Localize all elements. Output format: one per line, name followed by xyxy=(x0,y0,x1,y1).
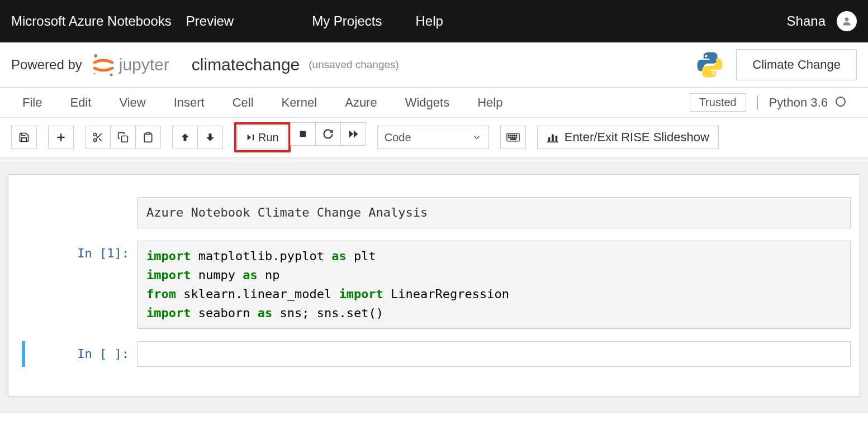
run-highlight: Run xyxy=(234,122,291,152)
cell-type-value: Code xyxy=(385,131,411,144)
move-group xyxy=(172,126,223,149)
save-button[interactable] xyxy=(11,126,37,149)
menu-azure[interactable]: Azure xyxy=(345,95,377,110)
code-cell-body[interactable]: import matplotlib.pyplot as pltimport nu… xyxy=(137,241,851,329)
rise-slideshow-button[interactable]: Enter/Exit RISE Slideshow xyxy=(537,126,719,149)
trusted-indicator[interactable]: Trusted xyxy=(690,93,746,112)
scissors-icon xyxy=(92,132,103,143)
svg-point-1 xyxy=(94,54,97,58)
cell-prompt: In [1]: xyxy=(25,241,137,329)
kernel-name-text: Python 3.6 xyxy=(769,95,828,109)
jupyter-logo[interactable]: jupyter xyxy=(91,52,169,77)
menu-widgets[interactable]: Widgets xyxy=(405,95,449,110)
svg-point-6 xyxy=(94,133,97,136)
code-cell-empty[interactable]: In [ ]: xyxy=(25,341,851,367)
raw-cell[interactable]: Azure Notebook Climate Change Analysis xyxy=(25,197,851,228)
menu-help[interactable]: Help xyxy=(477,95,502,110)
notebook-container: Azure Notebook Climate Change Analysis I… xyxy=(8,174,860,396)
restart-run-all-button[interactable] xyxy=(340,122,366,146)
user-name: Shana xyxy=(787,13,826,29)
add-cell-button[interactable] xyxy=(48,126,74,149)
svg-rect-20 xyxy=(508,137,509,138)
azure-left: Microsoft Azure Notebooks Preview xyxy=(11,13,234,29)
project-link-button[interactable]: Climate Change xyxy=(736,49,857,80)
jupyter-logo-icon xyxy=(91,52,116,77)
interrupt-button[interactable] xyxy=(290,122,316,146)
azure-title: Microsoft Azure Notebooks xyxy=(11,13,172,29)
kernel-name[interactable]: Python 3.6 xyxy=(757,95,846,110)
python-logo-icon xyxy=(695,50,725,80)
run-group: Run xyxy=(234,122,366,152)
copy-icon xyxy=(117,132,129,143)
cut-button[interactable] xyxy=(85,126,111,149)
copy-button[interactable] xyxy=(110,126,136,149)
svg-rect-13 xyxy=(300,131,306,137)
user-icon xyxy=(841,16,852,27)
azure-right: Shana xyxy=(787,11,857,31)
keyboard-icon xyxy=(506,132,520,142)
cell-prompt-empty xyxy=(25,197,137,228)
powered-by-label: Powered by xyxy=(11,57,82,73)
azure-nav: My Projects Help xyxy=(312,13,443,29)
menu-insert[interactable]: Insert xyxy=(174,95,205,110)
arrow-up-icon xyxy=(179,132,191,143)
jupyter-header: Powered by jupyter climatechange (unsave… xyxy=(0,42,868,88)
paste-button[interactable] xyxy=(135,126,161,149)
svg-rect-22 xyxy=(512,137,513,138)
header-right: Climate Change xyxy=(695,49,857,80)
run-label: Run xyxy=(258,131,279,144)
svg-rect-12 xyxy=(146,133,150,135)
svg-point-2 xyxy=(110,74,112,76)
cell-type-select[interactable]: Code xyxy=(377,126,489,149)
svg-line-9 xyxy=(99,138,102,141)
svg-rect-26 xyxy=(548,137,550,141)
menu-edit[interactable]: Edit xyxy=(70,95,91,110)
notebook-name[interactable]: climatechange xyxy=(192,55,300,74)
restart-icon xyxy=(322,128,334,140)
restart-button[interactable] xyxy=(315,122,341,146)
run-button[interactable]: Run xyxy=(238,126,287,149)
svg-rect-21 xyxy=(510,137,511,138)
menubar: File Edit View Insert Cell Kernel Azure … xyxy=(0,88,868,118)
notebook-save-status: (unsaved changes) xyxy=(309,59,399,71)
azure-top-bar: Microsoft Azure Notebooks Preview My Pro… xyxy=(0,0,868,42)
azure-preview-label: Preview xyxy=(186,13,234,29)
code-cell-1[interactable]: In [1]: import matplotlib.pyplot as plti… xyxy=(25,241,851,329)
menubar-right: Trusted Python 3.6 xyxy=(690,93,846,112)
svg-rect-15 xyxy=(508,135,509,136)
move-down-button[interactable] xyxy=(197,126,223,149)
svg-rect-23 xyxy=(514,137,515,138)
bar-chart-icon xyxy=(547,131,559,143)
nav-help[interactable]: Help xyxy=(416,13,443,29)
run-icon xyxy=(246,133,255,142)
notebook-area: Azure Notebook Climate Change Analysis I… xyxy=(0,157,868,413)
raw-cell-body[interactable]: Azure Notebook Climate Change Analysis xyxy=(137,197,851,228)
user-avatar[interactable] xyxy=(837,11,857,31)
svg-line-10 xyxy=(96,136,98,137)
command-palette-button[interactable] xyxy=(500,126,526,149)
move-up-button[interactable] xyxy=(172,126,198,149)
svg-point-7 xyxy=(94,139,97,142)
save-icon xyxy=(18,132,30,143)
stop-icon xyxy=(298,130,307,138)
menu-kernel[interactable]: Kernel xyxy=(282,95,317,110)
cell-prompt: In [ ]: xyxy=(25,341,137,367)
svg-rect-19 xyxy=(516,135,517,136)
svg-rect-27 xyxy=(552,135,554,142)
chevron-down-icon xyxy=(472,132,482,142)
arrow-down-icon xyxy=(205,132,216,143)
menu-file[interactable]: File xyxy=(22,95,42,110)
jupyter-logo-text: jupyter xyxy=(119,55,169,74)
code-cell-body[interactable] xyxy=(137,341,851,367)
menu-cell[interactable]: Cell xyxy=(233,95,254,110)
fast-forward-icon xyxy=(348,128,359,140)
svg-rect-25 xyxy=(510,139,516,140)
svg-rect-18 xyxy=(514,135,515,136)
rise-label: Enter/Exit RISE Slideshow xyxy=(565,130,709,145)
nav-my-projects[interactable]: My Projects xyxy=(312,13,382,29)
svg-rect-28 xyxy=(555,136,557,141)
svg-rect-16 xyxy=(510,135,511,136)
menu-view[interactable]: View xyxy=(119,95,145,110)
clipboard-group xyxy=(85,126,161,149)
paste-icon xyxy=(143,132,154,143)
